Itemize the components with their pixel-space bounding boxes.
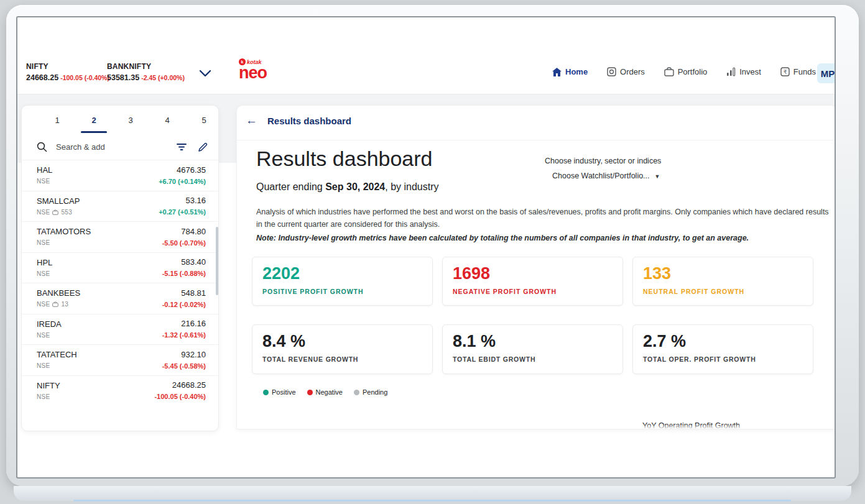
index-change: -100.05 (-0.40%) (60, 74, 109, 81)
profile-avatar[interactable]: MP (817, 63, 836, 83)
watchlist-search-row (22, 133, 218, 160)
profit-growth-cards: 2202 POSITIVE PROFIT GROWTH 1698 NEGATIV… (252, 257, 813, 306)
page-background: NIFTY 24668.25-100.05 (-0.40%) BANKNIFTY… (0, 0, 865, 504)
watchlist-row-hpl[interactable]: HPLNSE 583.40-5.15 (-0.88%) (22, 252, 218, 283)
nav-label: Invest (739, 67, 761, 76)
index-name: NIFTY (26, 62, 109, 71)
search-input[interactable] (56, 142, 165, 152)
status-legend: Positive Negative Pending (263, 388, 387, 396)
main-nav: Home Orders Portfolio Invest ₹ Funds (552, 67, 816, 76)
next-section-title: YoY Operating Profit Growth (642, 421, 740, 429)
holdings-briefcase-icon (52, 301, 58, 307)
invest-icon (726, 67, 736, 76)
index-value: 24668.25 (26, 73, 58, 82)
watchlist-items: HALNSE 4676.35+6.70 (+0.14%) SMALLCAPNSE… (22, 160, 218, 406)
nav-item-home[interactable]: Home (552, 67, 588, 76)
nifty-index-ticker[interactable]: NIFTY 24668.25-100.05 (-0.40%) (26, 62, 109, 82)
watchlist-row-bankbees[interactable]: BANKBEESNSE13 548.81-0.12 (-0.02%) (22, 283, 218, 314)
nav-item-invest[interactable]: Invest (726, 67, 761, 76)
chooser-label: Choose industry, sector or indices (545, 157, 661, 165)
subheader-divider (237, 140, 836, 140)
banknifty-index-ticker[interactable]: BANKNIFTY 53581.35-2.45 (+0.00%) (107, 62, 185, 82)
index-change: -2.45 (+0.00%) (141, 74, 185, 81)
filter-icon[interactable] (177, 143, 187, 151)
home-icon (552, 68, 562, 76)
total-growth-cards: 8.4 % TOTAL REVENUE GROWTH 8.1 % TOTAL E… (252, 324, 813, 374)
chevron-down-icon: ▼ (655, 173, 660, 180)
chevron-down-icon[interactable] (199, 68, 211, 80)
watchlist-tab-2[interactable]: 2 (81, 116, 107, 133)
index-value: 53581.35 (107, 73, 139, 82)
watchlist-row-tatatech[interactable]: TATATECHNSE 932.10-5.45 (-0.58%) (22, 344, 218, 375)
neo-logo-label: neo (239, 65, 267, 80)
watchlist-tab-5[interactable]: 5 (191, 116, 217, 133)
back-arrow-icon[interactable]: ← (246, 114, 257, 127)
nav-label: Home (565, 67, 588, 76)
holdings-briefcase-icon (52, 209, 58, 215)
search-icon (37, 142, 47, 152)
watchlist-row-tatamotors[interactable]: TATAMOTORSNSE 784.80-5.50 (-0.70%) (22, 221, 218, 252)
watchlist-tab-1[interactable]: 1 (44, 116, 70, 133)
watchlist-portfolio-dropdown[interactable]: Choose Watchlist/Portfolio...▼ (552, 172, 660, 180)
stat-card-total-ebidt-growth[interactable]: 8.1 % TOTAL EBIDT GROWTH (442, 324, 623, 374)
stat-card-negative-profit-growth[interactable]: 1698 NEGATIVE PROFIT GROWTH (442, 257, 623, 306)
watchlist-tab-4[interactable]: 4 (154, 116, 180, 133)
device-base-accent (73, 500, 791, 502)
page-subtitle: Quarter ending Sep 30, 2024, by industry (256, 181, 439, 193)
svg-text:₹: ₹ (783, 69, 787, 75)
stat-card-total-revenue-growth[interactable]: 8.4 % TOTAL REVENUE GROWTH (252, 324, 433, 374)
watchlist-row-ireda[interactable]: IREDANSE 216.16-1.32 (-0.61%) (22, 314, 218, 345)
legend-pending: Pending (354, 388, 387, 396)
pending-dot-icon (354, 390, 359, 395)
edit-pencil-icon[interactable] (198, 142, 208, 152)
portfolio-icon (664, 67, 674, 76)
app-window: NIFTY 24668.25-100.05 (-0.40%) BANKNIFTY… (16, 16, 836, 479)
legend-negative: Negative (307, 388, 343, 396)
watchlist-row-hal[interactable]: HALNSE 4676.35+6.70 (+0.14%) (22, 160, 218, 191)
sidebar-scrollbar[interactable] (216, 227, 218, 295)
stat-card-positive-profit-growth[interactable]: 2202 POSITIVE PROFIT GROWTH (252, 257, 433, 306)
analysis-description: Analysis of which industries have perfor… (256, 206, 830, 244)
results-dashboard-panel: ← Results dashboard Results dashboard Qu… (236, 105, 836, 429)
index-name: BANKNIFTY (107, 62, 185, 71)
watchlist-tab-3[interactable]: 3 (118, 116, 144, 133)
device-base (14, 486, 851, 501)
nav-item-funds[interactable]: ₹ Funds (780, 67, 816, 76)
stat-card-neutral-profit-growth[interactable]: 133 NEUTRAL PROFIT GROWTH (632, 257, 813, 306)
nav-label: Portfolio (678, 67, 708, 76)
watchlist-row-nifty[interactable]: NIFTYNSE 24668.25-100.05 (-0.40%) (22, 375, 218, 406)
nav-item-orders[interactable]: Orders (607, 67, 645, 76)
stat-card-total-oper-profit-growth[interactable]: 2.7 % TOTAL OPER. PROFIT GROWTH (632, 324, 813, 374)
nav-label: Funds (793, 67, 816, 76)
watchlist-tabs: 1 2 3 4 5 6 (22, 106, 218, 133)
watchlist-sidebar: 1 2 3 4 5 6 (21, 105, 219, 431)
nav-label: Orders (620, 67, 645, 76)
funds-icon: ₹ (780, 67, 790, 76)
orders-icon (607, 67, 616, 76)
watchlist-row-smallcap[interactable]: SMALLCAPNSE553 53.16+0.27 (+0.51%) (22, 191, 218, 222)
page-title: Results dashboard (256, 147, 433, 171)
kotak-neo-logo[interactable]: kkotak neo (239, 58, 267, 80)
positive-dot-icon (263, 390, 269, 395)
nav-item-portfolio[interactable]: Portfolio (664, 67, 708, 76)
legend-positive: Positive (263, 388, 296, 396)
negative-dot-icon (307, 390, 313, 395)
analysis-note: Note: Industry-level growth metrics have… (256, 232, 830, 245)
subheader-title: Results dashboard (267, 116, 351, 126)
